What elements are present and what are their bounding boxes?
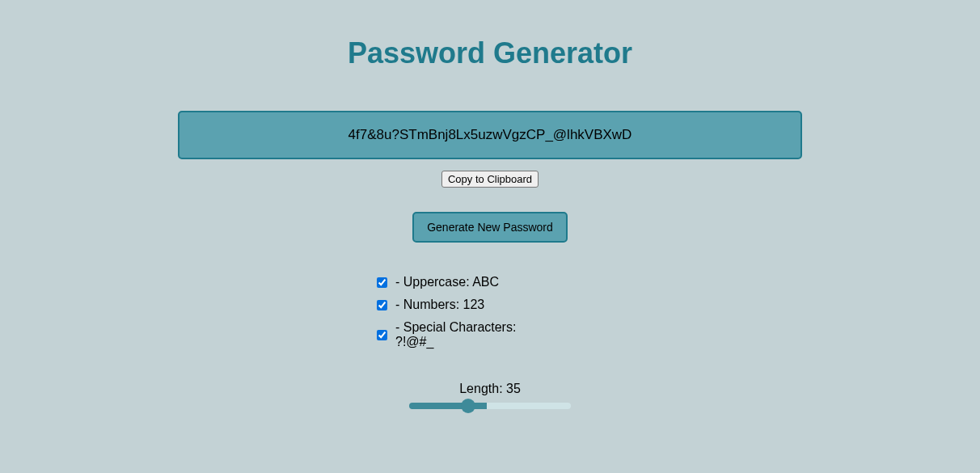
- option-uppercase[interactable]: - Uppercase: ABC: [377, 275, 555, 289]
- generate-button[interactable]: Generate New Password: [412, 212, 568, 243]
- uppercase-checkbox[interactable]: [377, 277, 387, 288]
- special-checkbox[interactable]: [377, 330, 387, 340]
- page-title: Password Generator: [348, 36, 632, 70]
- length-slider[interactable]: [409, 403, 571, 409]
- options-group: - Uppercase: ABC - Numbers: 123 - Specia…: [377, 275, 555, 349]
- numbers-checkbox[interactable]: [377, 300, 387, 310]
- option-numbers[interactable]: - Numbers: 123: [377, 298, 555, 312]
- copy-button[interactable]: Copy to Clipboard: [441, 171, 539, 188]
- length-section: Length: 35: [409, 382, 571, 409]
- length-label: Length: 35: [459, 382, 521, 396]
- special-label: - Special Characters: ?!@#_: [395, 320, 555, 349]
- password-display: 4f7&8u?STmBnj8Lx5uzwVgzCP_@lhkVBXwD: [178, 111, 802, 159]
- numbers-label: - Numbers: 123: [395, 298, 484, 312]
- uppercase-label: - Uppercase: ABC: [395, 275, 499, 289]
- option-special[interactable]: - Special Characters: ?!@#_: [377, 320, 555, 349]
